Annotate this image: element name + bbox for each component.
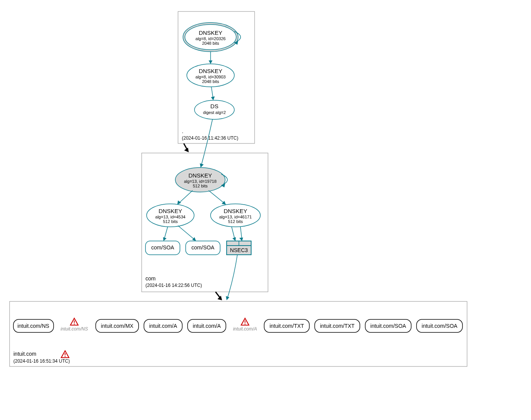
com-nsec3-node[interactable]: NSEC3	[227, 241, 251, 255]
zone-com-name: com	[145, 275, 155, 282]
svg-marker-42	[232, 237, 236, 241]
intuit-txt2-node[interactable]: intuit.com/TXT	[315, 319, 360, 332]
intuit-ns-warn-node[interactable]: intuit.com/NS	[60, 318, 88, 332]
intuit-a2-node[interactable]: intuit.com/A	[188, 319, 226, 332]
svg-text:intuit.com/NS: intuit.com/NS	[17, 323, 49, 329]
svg-text:DNSKEY: DNSKEY	[199, 29, 222, 36]
svg-text:intuit.com/TXT: intuit.com/TXT	[320, 323, 355, 329]
intuit-a1-node[interactable]: intuit.com/A	[144, 319, 182, 332]
svg-text:intuit.com/SOA: intuit.com/SOA	[422, 323, 457, 329]
root-ksk-node[interactable]: DNSKEY alg=8, id=20326 2048 bits	[183, 23, 238, 52]
svg-text:com/SOA: com/SOA	[151, 244, 175, 251]
root-ds-node[interactable]: DS digest alg=2	[194, 100, 234, 119]
svg-marker-26	[177, 200, 181, 205]
com-ksk-node[interactable]: DNSKEY alg=13, id=19718 512 bits	[175, 168, 225, 192]
com-zsk1-node[interactable]: DNSKEY alg=13, id=4534 512 bits	[147, 204, 194, 227]
svg-text:alg=13, id=19718: alg=13, id=19718	[184, 179, 216, 184]
svg-marker-14	[211, 96, 215, 100]
zone-intuit-timestamp: (2024-01-16 16:51:34 UTC)	[13, 358, 70, 364]
dnssec-diagram: . (2024-01-16 11:42:36 UTC) DNSKEY alg=8…	[8, 8, 523, 412]
svg-text:DNSKEY: DNSKEY	[224, 208, 247, 214]
svg-marker-43	[239, 238, 243, 241]
warning-icon	[241, 318, 249, 325]
svg-text:intuit.com/A: intuit.com/A	[149, 323, 177, 329]
svg-text:512 bits: 512 bits	[193, 184, 208, 188]
svg-text:DNSKEY: DNSKEY	[188, 172, 212, 179]
svg-text:DNSKEY: DNSKEY	[158, 208, 182, 214]
svg-text:intuit.com/SOA: intuit.com/SOA	[370, 323, 406, 329]
svg-marker-44	[226, 296, 229, 300]
svg-text:512 bits: 512 bits	[163, 219, 178, 224]
svg-text:DNSKEY: DNSKEY	[199, 68, 222, 74]
zone-intuit-name: intuit.com	[13, 351, 36, 357]
svg-text:2048 bits: 2048 bits	[202, 41, 219, 46]
intuit-ns-node[interactable]: intuit.com/NS	[13, 319, 54, 332]
root-zsk-node[interactable]: DNSKEY alg=8, id=30903 2048 bits	[187, 64, 234, 87]
intuit-soa1-node[interactable]: intuit.com/SOA	[365, 319, 411, 332]
svg-text:intuit.com/NS: intuit.com/NS	[60, 326, 88, 332]
svg-marker-15	[200, 163, 204, 168]
zone-intuit-box	[10, 301, 467, 366]
svg-text:512 bits: 512 bits	[228, 219, 243, 224]
svg-marker-10	[209, 60, 212, 64]
warning-icon	[70, 318, 78, 325]
svg-point-63	[245, 324, 246, 325]
intuit-mx-node[interactable]: intuit.com/MX	[96, 319, 139, 332]
intuit-a-warn-node[interactable]: intuit.com/A	[233, 318, 257, 332]
svg-text:intuit.com/MX: intuit.com/MX	[101, 323, 134, 329]
svg-text:alg=8, id=20326: alg=8, id=20326	[196, 36, 226, 41]
svg-text:intuit.com/A: intuit.com/A	[193, 323, 221, 329]
svg-marker-37	[192, 237, 196, 241]
svg-text:com/SOA: com/SOA	[191, 244, 215, 251]
svg-text:2048 bits: 2048 bits	[202, 79, 219, 84]
svg-point-53	[74, 324, 75, 325]
svg-text:alg=8, id=30903: alg=8, id=30903	[196, 75, 226, 79]
com-zsk2-node[interactable]: DNSKEY alg=13, id=46171 512 bits	[211, 204, 260, 227]
svg-marker-36	[163, 237, 167, 241]
svg-text:alg=13, id=4534: alg=13, id=4534	[155, 215, 186, 219]
svg-point-48	[65, 356, 66, 357]
com-soa1-node[interactable]: com/SOA	[145, 241, 180, 255]
svg-text:intuit.com/TXT: intuit.com/TXT	[270, 323, 304, 329]
intuit-txt1-node[interactable]: intuit.com/TXT	[264, 319, 309, 332]
svg-marker-45	[217, 296, 222, 300]
svg-text:DS: DS	[211, 103, 219, 109]
zone-root-timestamp: (2024-01-16 11:42:36 UTC)	[182, 135, 238, 141]
svg-text:digest alg=2: digest alg=2	[203, 110, 226, 115]
intuit-soa2-node[interactable]: intuit.com/SOA	[417, 319, 462, 332]
zone-root-name: .	[182, 128, 183, 134]
warning-icon	[61, 351, 69, 358]
zone-com-timestamp: (2024-01-16 14:22:56 UTC)	[145, 283, 202, 288]
com-soa2-node[interactable]: com/SOA	[186, 241, 220, 255]
svg-text:NSEC3: NSEC3	[230, 247, 248, 253]
svg-text:intuit.com/A: intuit.com/A	[233, 326, 257, 332]
svg-text:alg=13, id=46171: alg=13, id=46171	[219, 215, 252, 219]
